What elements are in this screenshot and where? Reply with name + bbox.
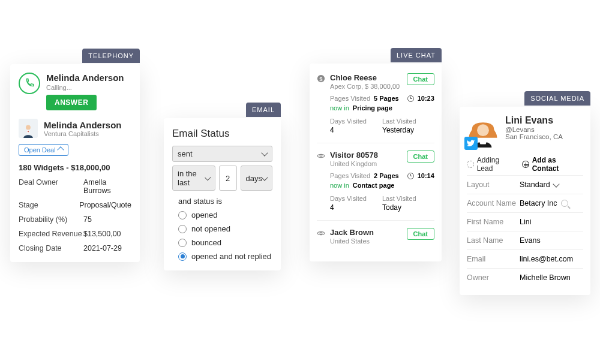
chat-button[interactable]: Chat [407,151,434,163]
call-icon [19,73,40,94]
visitor-name: Visitor 80578 [330,151,378,160]
livechat-card: LIVE CHAT $Chloe ReeseApex Corp, $ 38,00… [310,64,442,261]
form-label: Last Name [467,236,520,245]
form-value[interactable]: Evans [520,236,583,245]
last-visited-value: Today [382,203,434,212]
form-value[interactable]: Betacry Inc [520,199,583,207]
visit-time: 10:23 [418,95,434,102]
field-value: Proposal/Quote [79,201,131,209]
deal-title: 180 Widgets - $18,000,00 [19,163,131,172]
svg-point-4 [320,155,322,157]
form-row: Emaillini.es@bet.com [467,249,583,268]
deal-field: Deal OwnerAmella Burrows [19,178,131,195]
form-label: Layout [467,181,520,189]
field-label: Closing Date [19,244,83,252]
visitor-name: Jack Brown [330,228,374,237]
current-page: Pricing page [353,104,392,112]
dollar-icon: $ [317,74,325,83]
chevron-down-icon [553,181,559,187]
range-select[interactable]: in the last [172,166,215,191]
range-count-input[interactable]: 2 [219,166,237,191]
social-avatar [467,115,499,148]
radio-option[interactable]: not opened [178,224,272,233]
radio-label: opened and not replied [191,252,271,261]
form-label: Owner [467,273,520,282]
twitter-icon [464,137,478,150]
form-value[interactable]: lini.es@bet.com [520,255,583,263]
chat-button[interactable]: Chat [407,228,434,240]
pages-visited-value: 2 Pages [374,172,399,179]
radio-label: bounced [191,238,221,247]
field-value: Amella Burrows [83,178,131,195]
visitor-sub: United Kingdom [330,160,378,167]
contact-company: Ventura Capitalists [44,130,121,137]
pages-visited-label: Pages Visited [330,172,370,179]
pages-visited-value: 5 Pages [374,95,399,102]
field-label: Deal Owner [19,178,83,195]
search-icon[interactable] [561,200,568,207]
contact-avatar [19,119,38,138]
field-label: Probability (%) [19,215,83,224]
chat-button[interactable]: Chat [407,73,434,85]
social-location: San Francisco, CA [505,133,563,140]
livechat-tag: LIVE CHAT [391,48,442,62]
visitor-sub: United States [330,237,374,245]
email-card: EMAIL Email Status sent in the last 2 da… [164,118,281,270]
deal-field: Probability (%)75 [19,215,131,224]
visitor-item: Visitor 80578United KingdomChatPages Vis… [317,143,434,220]
form-row: First NameLini [467,212,583,231]
adding-lead-status: Adding Lead [467,156,516,173]
telephony-card: TELEPHONY Melinda Anderson Calling... AN… [10,64,140,262]
deal-field: StageProposal/Quote [19,201,131,209]
form-value[interactable]: Lini [520,218,583,226]
form-label: Account Name [467,199,520,207]
open-deal-button[interactable]: Open Deal [19,144,68,156]
social-handle: @Levans [505,126,563,133]
clock-icon [407,95,414,102]
and-status-label: and status is [178,197,272,206]
field-label: Expected Revenue [19,230,83,238]
svg-point-6 [477,124,489,136]
caller-name: Melinda Anderson [46,73,124,83]
email-tag: EMAIL [246,103,281,117]
social-name: Lini Evans [505,115,563,126]
field-value: 2021-07-29 [83,244,131,252]
form-row: Last NameEvans [467,231,583,249]
range-unit-select[interactable]: days [241,166,272,191]
status-select[interactable]: sent [172,146,272,162]
svg-point-5 [320,232,322,234]
answer-button[interactable]: ANSWER [46,95,97,110]
contact-name: Melinda Anderson [44,120,121,130]
telephony-tag: TELEPHONY [82,49,140,63]
last-visited-label: Last Visited [382,118,434,125]
visitor-item: $Chloe ReeseApex Corp, $ 38,000,00ChatPa… [317,70,434,143]
form-value[interactable]: Michelle Brown [520,273,583,282]
chevron-down-icon [261,174,268,181]
field-label: Stage [19,201,79,209]
radio-option[interactable]: bounced [178,238,272,247]
last-visited-value: Yesterday [382,126,434,134]
social-card: SOCIAL MEDIA Lini Evans @Levans San Fran… [460,107,590,295]
chevron-down-icon [261,149,268,156]
last-visited-label: Last Visited [382,195,434,202]
form-value[interactable]: Standard [520,181,583,189]
pages-visited-label: Pages Visited [330,95,370,102]
visitor-name: Chloe Reese [330,73,400,82]
clock-icon [407,173,414,179]
deal-field: Expected Revenue$13,500,00 [19,230,131,238]
form-row: OwnerMichelle Brown [467,268,583,287]
radio-option[interactable]: opened and not replied [178,252,272,261]
radio-icon [178,225,187,233]
radio-option[interactable]: opened [178,210,272,219]
form-label: First Name [467,218,520,226]
chevron-up-icon [57,146,64,153]
radio-label: not opened [191,224,230,233]
radio-icon [178,239,187,247]
add-as-contact-button[interactable]: Add as Contact [522,156,583,173]
loading-icon [467,161,474,168]
visitor-sub: Apex Corp, $ 38,000,00 [330,83,400,90]
svg-point-0 [26,125,31,130]
days-visited-label: Days Visited [330,195,382,202]
radio-icon [178,252,187,261]
eye-icon [317,229,325,237]
